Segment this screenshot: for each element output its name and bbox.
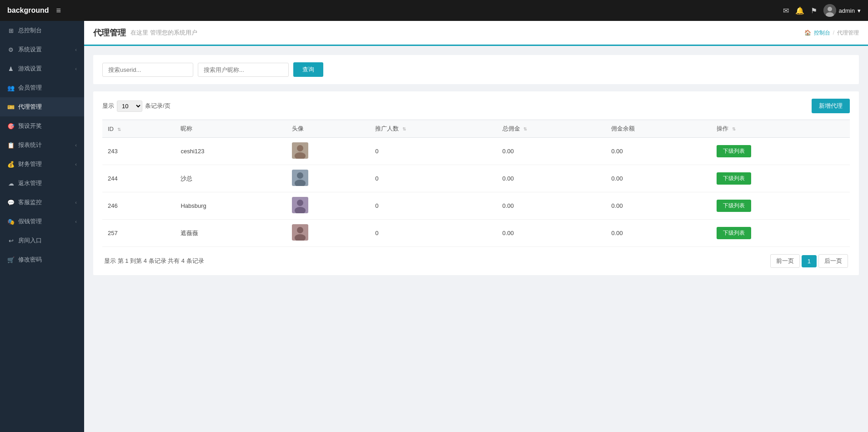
sidebar-item-label: 假钱管理 xyxy=(18,217,42,226)
next-page-button[interactable]: 后一页 xyxy=(818,254,848,268)
cell-avatar xyxy=(286,165,370,192)
flag-icon[interactable]: ⚑ xyxy=(811,6,817,15)
page-1-button[interactable]: 1 xyxy=(802,255,817,267)
home-icon: 🏠 xyxy=(804,30,811,36)
notification-icon[interactable]: 🔔 xyxy=(795,6,804,15)
customer-service-icon: 💬 xyxy=(7,199,15,206)
table-row: 246 Habsburg 0 0.00 0.00 下级列表 xyxy=(102,192,850,220)
cell-promotions: 0 xyxy=(370,220,497,247)
sub-list-button[interactable]: 下级列表 xyxy=(717,145,751,157)
cell-commission-balance: 0.00 xyxy=(606,192,711,220)
sidebar-item-label: 代理管理 xyxy=(18,103,42,111)
content-body: 查询 显示 10 25 50 100 条记录/页 新增代理 xyxy=(84,46,868,432)
sidebar-item-system-settings[interactable]: ⚙ 系统设置 ‹ xyxy=(0,40,84,59)
sidebar-item-finance[interactable]: 💰 财务管理 ‹ xyxy=(0,155,84,174)
cell-avatar xyxy=(286,192,370,220)
dashboard-icon: ⊞ xyxy=(7,27,15,34)
col-commission-balance: 佣金余额 xyxy=(606,120,711,138)
water-icon: ☁ xyxy=(7,180,15,187)
sidebar-item-label: 财务管理 xyxy=(18,160,42,168)
cell-avatar xyxy=(286,220,370,247)
menu-toggle-icon[interactable]: ≡ xyxy=(56,6,61,15)
nickname-search-input[interactable] xyxy=(198,63,289,77)
sidebar-item-dashboard[interactable]: ⊞ 总控制台 xyxy=(0,21,84,40)
cell-nickname: 遮薇薇 xyxy=(175,220,286,247)
breadcrumb-dashboard[interactable]: 控制台 xyxy=(814,29,830,37)
avatar xyxy=(292,170,308,186)
user-chevron-icon: ▾ xyxy=(858,7,861,14)
userid-search-input[interactable] xyxy=(102,63,193,77)
page-title: 代理管理 xyxy=(93,27,126,38)
sidebar-item-fake[interactable]: 🎭 假钱管理 ‹ xyxy=(0,212,84,231)
sidebar-item-game-settings[interactable]: ♟ 游戏设置 ‹ xyxy=(0,59,84,78)
sidebar-item-password[interactable]: 🛒 修改密码 xyxy=(0,250,84,269)
cell-promotions: 0 xyxy=(370,192,497,220)
member-icon: 👥 xyxy=(7,84,15,91)
cell-nickname: 沙总 xyxy=(175,165,286,192)
cell-total-commission: 0.00 xyxy=(497,138,606,165)
sidebar-item-label: 预设开奖 xyxy=(18,122,42,130)
breadcrumb-current: 代理管理 xyxy=(837,29,859,37)
avatar xyxy=(292,224,308,241)
main-content: 代理管理 在这里 管理您的系统用户 🏠 控制台 / 代理管理 查询 xyxy=(84,21,868,432)
room-icon: ↩ xyxy=(7,237,15,244)
table-section: 显示 10 25 50 100 条记录/页 新增代理 xyxy=(93,91,859,275)
sidebar-item-label: 会员管理 xyxy=(18,84,42,92)
sidebar-item-member-management[interactable]: 👥 会员管理 xyxy=(0,78,84,97)
col-avatar: 头像 xyxy=(286,120,370,138)
reports-icon: 📋 xyxy=(7,141,15,149)
sub-list-button[interactable]: 下级列表 xyxy=(717,227,751,239)
sidebar-item-agent-management[interactable]: 🎫 代理管理 xyxy=(0,97,84,116)
sidebar-item-lottery[interactable]: 🎯 预设开奖 xyxy=(0,116,84,136)
sidebar-item-label: 游戏设置 xyxy=(18,65,42,73)
query-button[interactable]: 查询 xyxy=(293,62,323,77)
cell-total-commission: 0.00 xyxy=(497,192,606,220)
sidebar-item-label: 房间入口 xyxy=(18,236,42,245)
sidebar-item-customer-service[interactable]: 💬 客服监控 ‹ xyxy=(0,193,84,212)
svg-point-4 xyxy=(297,145,303,151)
game-settings-icon: ♟ xyxy=(7,65,15,72)
pagination-info: 显示 第 1 到第 4 条记录 共有 4 条记录 xyxy=(104,257,204,265)
sidebar-item-room[interactable]: ↩ 房间入口 xyxy=(0,231,84,250)
chevron-right-icon: ‹ xyxy=(75,47,77,52)
mail-icon[interactable]: ✉ xyxy=(783,6,789,15)
sidebar-item-label: 客服监控 xyxy=(18,198,42,206)
col-action: 操作 ⇅ xyxy=(711,120,850,138)
pagination-right: 前一页 1 后一页 xyxy=(770,254,848,268)
svg-point-7 xyxy=(297,172,303,179)
table-header: ID ⇅ 昵称 头像 推广人数 ⇅ 总佣金 ⇅ 佣金余额 xyxy=(102,120,850,138)
finance-icon: 💰 xyxy=(7,161,15,168)
content-header: 代理管理 在这里 管理您的系统用户 🏠 控制台 / 代理管理 xyxy=(84,21,868,46)
col-promotions: 推广人数 ⇅ xyxy=(370,120,497,138)
cell-promotions: 0 xyxy=(370,138,497,165)
show-label: 显示 xyxy=(102,102,114,110)
cell-commission-balance: 0.00 xyxy=(606,220,711,247)
sidebar-item-reports[interactable]: 📋 报表统计 ‹ xyxy=(0,136,84,155)
user-menu[interactable]: admin ▾ xyxy=(823,4,861,17)
per-page-select[interactable]: 10 25 50 100 xyxy=(117,100,142,112)
username-label: admin xyxy=(839,7,855,14)
sub-list-button[interactable]: 下级列表 xyxy=(717,172,751,185)
table-row: 257 遮薇薇 0 0.00 0.00 下级列表 xyxy=(102,220,850,247)
sort-icon: ⇅ xyxy=(117,127,121,132)
app-brand: background xyxy=(7,6,49,15)
cell-nickname: Habsburg xyxy=(175,192,286,220)
pagination-bar: 显示 第 1 到第 4 条记录 共有 4 条记录 前一页 1 后一页 xyxy=(102,254,850,268)
avatar xyxy=(823,4,836,17)
avatar xyxy=(292,142,308,159)
add-agent-button[interactable]: 新增代理 xyxy=(812,99,850,113)
cell-action: 下级列表 xyxy=(711,138,850,165)
cell-commission-balance: 0.00 xyxy=(606,138,711,165)
sub-list-button[interactable]: 下级列表 xyxy=(717,200,751,212)
data-table: ID ⇅ 昵称 头像 推广人数 ⇅ 总佣金 ⇅ 佣金余额 xyxy=(102,120,850,247)
sort-icon: ⇅ xyxy=(402,126,406,131)
col-total-commission: 总佣金 ⇅ xyxy=(497,120,606,138)
prev-page-button[interactable]: 前一页 xyxy=(770,254,800,268)
sidebar: ⊞ 总控制台 ⚙ 系统设置 ‹ ♟ 游戏设置 ‹ 👥 会员管理 xyxy=(0,21,84,432)
layout: ⊞ 总控制台 ⚙ 系统设置 ‹ ♟ 游戏设置 ‹ 👥 会员管理 xyxy=(0,21,868,432)
page-subtitle: 在这里 管理您的系统用户 xyxy=(130,29,197,37)
cell-action: 下级列表 xyxy=(711,165,850,192)
cell-commission-balance: 0.00 xyxy=(606,165,711,192)
password-icon: 🛒 xyxy=(7,256,15,263)
sidebar-item-water[interactable]: ☁ 返水管理 xyxy=(0,174,84,193)
